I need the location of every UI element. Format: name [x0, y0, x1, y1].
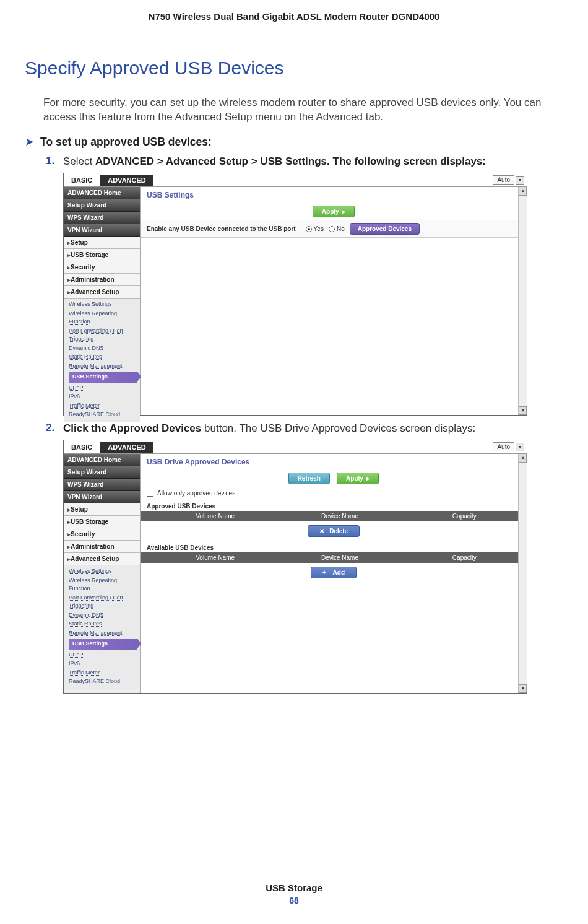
step-1-number: 1.	[46, 155, 63, 167]
nav-setup-2[interactable]: Setup	[64, 503, 140, 516]
panel-usb-settings: USB Settings Apply ▸ Enable any USB Devi…	[141, 187, 527, 415]
col-capacity: Capacity	[402, 511, 527, 521]
nav-usb-storage[interactable]: USB Storage	[64, 249, 140, 261]
footer-section: USB Storage	[0, 883, 588, 893]
step-2-rest: button. The USB Drive Approved Devices s…	[201, 422, 475, 434]
panel-approved-devices: USB Drive Approved Devices Refresh Apply…	[141, 454, 527, 693]
sub-readyshare[interactable]: ReadySHARE Cloud	[69, 411, 137, 420]
sub-static-routes-2[interactable]: Static Routes	[69, 620, 137, 629]
tab-basic-2[interactable]: BASIC	[64, 442, 100, 453]
tab-advanced[interactable]: ADVANCED	[100, 175, 153, 186]
nav-wps-wizard[interactable]: WPS Wizard	[64, 212, 140, 224]
sub-traffic-meter-2[interactable]: Traffic Meter	[69, 669, 137, 678]
step-2-text: Click the Approved Devices button. The U…	[63, 422, 475, 436]
sub-dynamic-dns[interactable]: Dynamic DNS	[69, 344, 137, 354]
scroll-down-icon-2[interactable]: ▾	[519, 684, 527, 693]
nav-security-2[interactable]: Security	[64, 528, 140, 541]
radio-yes-label: Yes	[314, 225, 324, 232]
sub-ipv6[interactable]: IPv6	[69, 393, 137, 402]
sub-usb-settings-active[interactable]: USB Settings	[69, 372, 137, 383]
nav-usb-storage-2[interactable]: USB Storage	[64, 516, 140, 528]
approved-usb-label: Approved USB Devices	[141, 499, 527, 511]
sub-dynamic-dns-2[interactable]: Dynamic DNS	[69, 611, 137, 621]
sub-upnp-2[interactable]: UPnP	[69, 651, 137, 660]
step-2-number: 2.	[46, 422, 63, 434]
intro-paragraph: For more security, you can set up the wi…	[43, 96, 563, 124]
sub-upnp[interactable]: UPnP	[69, 384, 137, 393]
sub-wireless-repeating-2[interactable]: Wireless Repeating Function	[69, 577, 137, 594]
sub-traffic-meter[interactable]: Traffic Meter	[69, 402, 137, 411]
page-footer: USB Storage 68	[0, 876, 588, 905]
add-button[interactable]: + Add	[311, 567, 357, 578]
nav-security[interactable]: Security	[64, 261, 140, 274]
step-1-text: Select ADVANCED > Advanced Setup > USB S…	[63, 155, 486, 169]
nav-advanced-setup-2[interactable]: Advanced Setup	[64, 553, 140, 565]
dropdown-icon-2[interactable]: ▾	[516, 443, 524, 451]
apply-button-2[interactable]: Apply ▸	[337, 473, 379, 484]
sub-usb-settings-active-2[interactable]: USB Settings	[69, 639, 137, 650]
allow-only-label: Allow only approved devices	[157, 490, 235, 497]
page-header: N750 Wireless Dual Band Gigabit ADSL Mod…	[0, 0, 588, 27]
radio-yes[interactable]	[306, 226, 312, 232]
nav-setup[interactable]: Setup	[64, 237, 140, 249]
panel-title-usb-settings: USB Settings	[141, 187, 527, 203]
nav-administration[interactable]: Administration	[64, 274, 140, 286]
scroll-up-icon[interactable]: ▴	[519, 187, 527, 196]
delete-button[interactable]: ✕ Delete	[308, 525, 360, 537]
screenshot-usb-settings: BASIC ADVANCED Auto ▾ ADVANCED Home Setu…	[63, 173, 527, 416]
sub-wireless-repeating[interactable]: Wireless Repeating Function	[69, 310, 137, 327]
screenshot-approved-devices: BASIC ADVANCED Auto ▾ ADVANCED Home Setu…	[63, 440, 527, 694]
approved-devices-button[interactable]: Approved Devices	[350, 223, 420, 235]
nav-advanced-home-2[interactable]: ADVANCED Home	[64, 454, 140, 466]
sub-static-routes[interactable]: Static Routes	[69, 353, 137, 362]
col-device-name-2: Device Name	[277, 552, 402, 563]
nav-vpn-wizard-2[interactable]: VPN Wizard	[64, 491, 140, 503]
sidebar-2: ADVANCED Home Setup Wizard WPS Wizard VP…	[64, 454, 141, 693]
tab-basic[interactable]: BASIC	[64, 175, 100, 186]
refresh-button[interactable]: Refresh	[288, 473, 330, 484]
panel-title-approved: USB Drive Approved Devices	[141, 454, 527, 470]
nav-administration-2[interactable]: Administration	[64, 541, 140, 553]
allow-only-checkbox[interactable]	[147, 490, 153, 497]
dropdown-icon[interactable]: ▾	[516, 176, 524, 185]
nav-setup-wizard-2[interactable]: Setup Wizard	[64, 466, 140, 479]
section-title: Specify Approved USB Devices	[25, 58, 563, 79]
auto-select[interactable]: Auto	[493, 175, 514, 185]
advanced-setup-sublist: Wireless Settings Wireless Repeating Fun…	[64, 299, 140, 422]
apply-button[interactable]: Apply ▸	[313, 206, 355, 217]
scroll-down-icon[interactable]: ▾	[519, 406, 527, 415]
col-capacity-2: Capacity	[402, 552, 527, 563]
auto-select-2[interactable]: Auto	[493, 442, 514, 451]
advanced-setup-sublist-2: Wireless Settings Wireless Repeating Fun…	[64, 565, 140, 689]
procedure-arrow-icon: ➤	[25, 136, 34, 149]
sub-remote-management-2[interactable]: Remote Management	[69, 629, 137, 639]
nav-advanced-home[interactable]: ADVANCED Home	[64, 187, 140, 199]
nav-setup-wizard[interactable]: Setup Wizard	[64, 199, 140, 212]
sub-port-forwarding-2[interactable]: Port Forwarding / Port Triggering	[69, 594, 137, 611]
nav-wps-wizard-2[interactable]: WPS Wizard	[64, 479, 140, 491]
scroll-up-icon-2[interactable]: ▴	[519, 454, 527, 463]
step-1-bold: ADVANCED > Advanced Setup > USB Settings…	[95, 155, 486, 167]
tab-advanced-2[interactable]: ADVANCED	[100, 442, 153, 453]
procedure-title: To set up approved USB devices:	[40, 136, 212, 149]
scrollbar[interactable]: ▴ ▾	[518, 187, 527, 415]
sub-wireless-settings[interactable]: Wireless Settings	[69, 300, 137, 310]
sub-ipv6-2[interactable]: IPv6	[69, 660, 137, 669]
sub-remote-management[interactable]: Remote Management	[69, 362, 137, 372]
sidebar: ADVANCED Home Setup Wizard WPS Wizard VP…	[64, 187, 141, 415]
sub-port-forwarding[interactable]: Port Forwarding / Port Triggering	[69, 327, 137, 344]
approved-table-header: Volume Name Device Name Capacity	[141, 511, 527, 521]
nav-advanced-setup[interactable]: Advanced Setup	[64, 286, 140, 299]
sub-wireless-settings-2[interactable]: Wireless Settings	[69, 567, 137, 577]
available-usb-label: Available USB Devices	[141, 541, 527, 552]
radio-no-label: No	[337, 225, 345, 232]
step-2-bold: Click the Approved Devices	[63, 422, 201, 434]
radio-no[interactable]	[329, 226, 335, 232]
col-device-name: Device Name	[277, 511, 402, 521]
scrollbar-2[interactable]: ▴ ▾	[518, 454, 527, 693]
sub-readyshare-2[interactable]: ReadySHARE Cloud	[69, 678, 137, 687]
col-volume-name-2: Volume Name	[153, 552, 277, 563]
nav-vpn-wizard[interactable]: VPN Wizard	[64, 224, 140, 237]
step-1-pre: Select	[63, 155, 95, 167]
available-table-header: Volume Name Device Name Capacity	[141, 552, 527, 563]
